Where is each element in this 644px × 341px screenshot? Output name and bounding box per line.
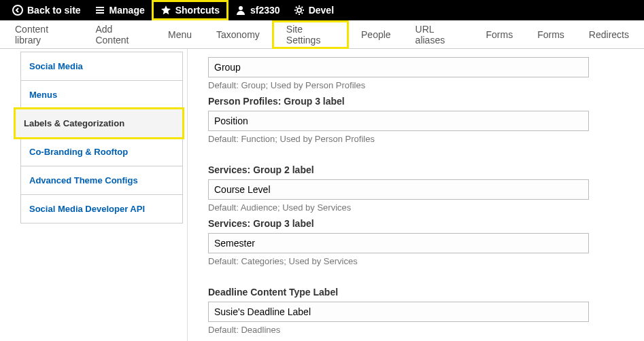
sidebar-item-social-media[interactable]: Social Media	[20, 52, 183, 81]
admin-tabs: Content library Add Content Menu Taxonom…	[0, 20, 644, 49]
help-text: Default: Function; Used by Person Profil…	[208, 134, 624, 144]
sidebar-item-co-branding[interactable]: Co-Branding & Rooftop	[20, 137, 183, 166]
tab-forms-1[interactable]: Forms	[474, 20, 526, 49]
tab-url-aliases[interactable]: URL aliases	[403, 20, 474, 49]
svg-point-0	[13, 5, 22, 15]
help-text: Default: Group; Used by Person Profiles	[208, 80, 624, 90]
tab-taxonomy[interactable]: Taxonomy	[204, 20, 272, 49]
svg-point-1	[239, 6, 243, 10]
tab-forms-2[interactable]: Forms	[525, 20, 577, 49]
field-label: Deadline Content Type Label	[208, 287, 624, 298]
field-label: Person Profiles: Group 3 label	[208, 96, 624, 107]
help-text: Default: Audience; Used by Services	[208, 202, 624, 213]
sidebar-item-menus[interactable]: Menus	[20, 80, 183, 109]
tab-redirects[interactable]: Redirects	[577, 20, 641, 49]
back-label: Back to site	[27, 5, 81, 16]
user-link[interactable]: sf2330	[228, 0, 287, 20]
user-icon	[235, 5, 246, 16]
back-to-site-link[interactable]: Back to site	[5, 0, 88, 20]
devel-label: Devel	[309, 5, 334, 16]
settings-form: Default: Group; Used by Person Profiles …	[187, 49, 644, 341]
services-group3-input[interactable]	[208, 233, 589, 253]
back-arrow-icon	[12, 5, 23, 16]
settings-sidebar: Social Media Menus Labels & Categorizati…	[0, 49, 187, 341]
hamburger-icon	[95, 5, 105, 16]
services-group2-input[interactable]	[208, 179, 589, 200]
svg-point-2	[297, 8, 301, 12]
manage-label: Manage	[109, 5, 145, 16]
help-text: Default: Deadlines	[208, 325, 624, 335]
shortcuts-link[interactable]: Shortcuts	[152, 0, 228, 20]
person-profiles-group2-input[interactable]	[208, 57, 589, 77]
sidebar-item-social-api[interactable]: Social Media Developer API	[20, 194, 183, 223]
devel-link[interactable]: Devel	[287, 0, 341, 20]
gear-icon	[294, 5, 305, 16]
admin-topbar: Back to site Manage Shortcuts sf2330 Dev…	[0, 0, 644, 20]
person-profiles-group3-input[interactable]	[208, 111, 589, 131]
manage-link[interactable]: Manage	[88, 0, 152, 20]
field-label: Services: Group 3 label	[208, 218, 624, 229]
field-label: Services: Group 2 label	[208, 164, 624, 175]
help-text: Default: Categories; Used by Services	[208, 256, 624, 266]
tab-site-settings[interactable]: Site Settings	[272, 20, 349, 49]
user-label: sf2330	[250, 5, 280, 16]
deadline-label-input[interactable]	[208, 302, 589, 322]
tab-menu[interactable]: Menu	[156, 20, 204, 49]
sidebar-item-labels-categorization[interactable]: Labels & Categorization	[15, 109, 183, 138]
tab-content-library[interactable]: Content library	[3, 20, 83, 49]
shortcuts-label: Shortcuts	[175, 5, 220, 16]
tab-people[interactable]: People	[349, 20, 403, 49]
tab-add-content[interactable]: Add Content	[83, 20, 156, 49]
star-icon	[160, 5, 171, 16]
sidebar-item-advanced-theme[interactable]: Advanced Theme Configs	[20, 166, 183, 195]
